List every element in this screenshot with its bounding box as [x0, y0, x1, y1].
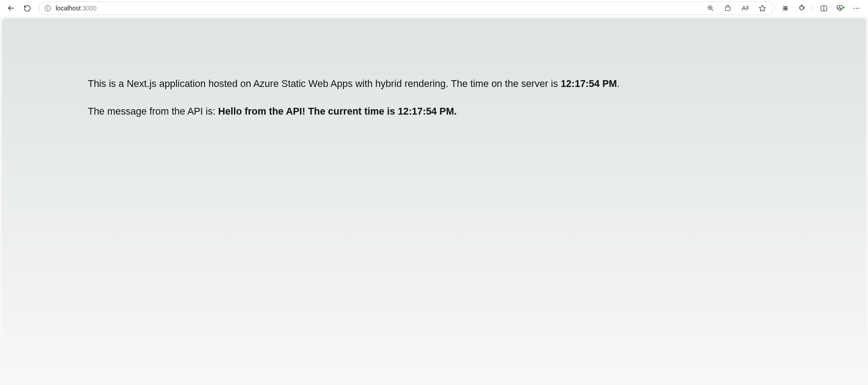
- url-text[interactable]: localhost:3000: [56, 5, 701, 12]
- health-icon[interactable]: [835, 3, 845, 14]
- address-bar[interactable]: localhost:3000: [39, 1, 774, 15]
- more-menu-icon[interactable]: [851, 3, 862, 14]
- server-time-paragraph: This is a Next.js application hosted on …: [88, 77, 780, 91]
- page-viewport: This is a Next.js application hosted on …: [2, 18, 866, 383]
- refresh-button[interactable]: [21, 2, 33, 14]
- page-content: This is a Next.js application hosted on …: [88, 77, 780, 118]
- zoom-icon[interactable]: [705, 3, 716, 14]
- server-time-value: 12:17:54 PM: [561, 78, 617, 89]
- shopping-icon[interactable]: [722, 3, 733, 14]
- svg-rect-8: [725, 7, 730, 10]
- site-info-icon[interactable]: [44, 5, 51, 12]
- api-message-prefix: The message from the API is:: [88, 106, 218, 117]
- split-screen-icon[interactable]: [818, 3, 829, 14]
- svg-point-12: [784, 7, 785, 8]
- svg-point-11: [783, 6, 787, 10]
- toolbar-extensions: [780, 3, 863, 14]
- url-host: localhost: [56, 5, 81, 12]
- svg-point-19: [856, 8, 857, 9]
- extensions-icon[interactable]: [796, 3, 807, 14]
- back-button[interactable]: [5, 2, 17, 14]
- api-message-value: Hello from the API! The current time is …: [218, 106, 457, 117]
- server-time-suffix: .: [617, 78, 620, 89]
- server-time-prefix: This is a Next.js application hosted on …: [88, 78, 561, 89]
- browser-toolbar: localhost:3000: [0, 0, 868, 16]
- url-port: :3000: [81, 5, 96, 12]
- svg-marker-10: [759, 5, 765, 11]
- favorite-icon[interactable]: [757, 3, 768, 14]
- svg-point-3: [48, 7, 48, 7]
- toolbar-separator: [812, 4, 813, 12]
- svg-point-18: [854, 8, 854, 9]
- svg-line-5: [711, 9, 713, 10]
- svg-point-13: [786, 7, 787, 8]
- extension-icon-1[interactable]: [780, 3, 791, 14]
- svg-point-20: [858, 8, 859, 9]
- api-message-paragraph: The message from the API is: Hello from …: [88, 105, 780, 118]
- read-aloud-icon[interactable]: [739, 3, 750, 14]
- address-bar-actions: [705, 3, 769, 14]
